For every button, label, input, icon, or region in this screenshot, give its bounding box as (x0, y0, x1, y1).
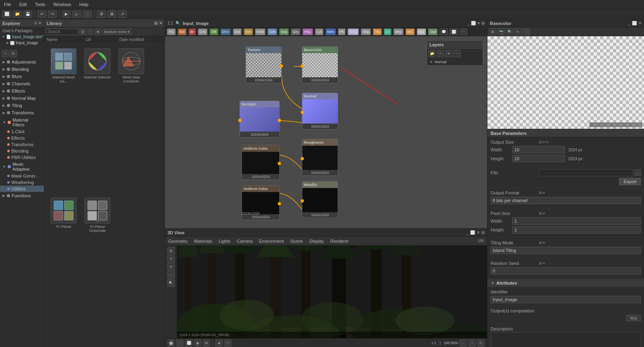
ng-btn-cr[interactable]: Cr (384, 29, 391, 35)
cat-blurs[interactable]: ▶ Blurs (0, 73, 44, 80)
layer-more-btn[interactable]: ⋯ (454, 50, 461, 57)
port-n5-in[interactable] (301, 157, 304, 160)
ng-btn-more[interactable]: ⋯ (460, 29, 467, 35)
bc-icon1[interactable]: _ (628, 21, 630, 25)
view3d-menu-scene[interactable]: Scene (290, 239, 303, 244)
render-btn[interactable]: ▶ (62, 10, 71, 18)
ng-btn-gra[interactable]: Gra (279, 29, 289, 35)
port-n7-in[interactable] (301, 199, 304, 202)
cat-channels[interactable]: ▶ Channels (0, 80, 44, 87)
ng-btn-lvl[interactable]: Lvl (315, 29, 323, 35)
render2-btn[interactable]: ▷ (72, 10, 81, 18)
view3d-icon1[interactable]: _ (466, 230, 469, 235)
redo-btn[interactable]: ↪ (48, 10, 57, 18)
fullscreen-btn[interactable]: ⊡ (477, 339, 485, 347)
bc-tool3[interactable]: 🔍 (506, 28, 513, 35)
lib-item-mat-sel[interactable]: Material Selector (81, 47, 114, 194)
ng-btn-grb[interactable]: Grb (268, 29, 277, 35)
ng-btn-dvv[interactable]: DVv (221, 29, 231, 35)
ng-btn-dst[interactable]: Dst (233, 29, 242, 35)
cat-normal-map[interactable]: ▶ Normal Map (0, 95, 44, 102)
new-btn[interactable]: ⬜ (2, 10, 11, 18)
port-n4-in[interactable] (238, 119, 242, 122)
ng-icon2[interactable]: ⬜ (471, 21, 476, 25)
star-icon[interactable]: ★ (95, 29, 101, 35)
ng-btn-svg[interactable]: SVG (348, 29, 359, 35)
library-close-icon[interactable]: ⊟ (154, 21, 157, 25)
zoom-minus-btn[interactable]: - (460, 339, 467, 347)
node-roughness[interactable]: Roughness 1024x1024 (302, 139, 338, 176)
menu-help[interactable]: Help (78, 1, 90, 8)
bits-val[interactable]: 8 bits per channel (491, 197, 641, 204)
sort-icon[interactable]: ↑ (88, 29, 93, 35)
view3d-menu-lights[interactable]: Lights (219, 239, 230, 244)
ng-btn-ing[interactable]: InG (417, 29, 426, 35)
lib-item-tri-planar[interactable]: Tri Planar (47, 196, 80, 344)
grid-btn[interactable]: ⊞ (107, 10, 116, 18)
view3d-btn2[interactable]: ↺ (167, 255, 175, 262)
bc-icon2[interactable]: ⬜ (632, 21, 637, 25)
cat-functions[interactable]: ▶ Functions (0, 192, 44, 199)
layer-add-btn[interactable]: + (437, 50, 444, 57)
port-n2-in[interactable] (301, 64, 304, 68)
view3d-menu-renderer[interactable]: Renderer (330, 239, 349, 244)
sub-utilities[interactable]: Utilities (0, 186, 44, 192)
filter-btn[interactable]: ⊟ (10, 50, 17, 57)
view3d-cyl-btn[interactable]: ◉ (194, 339, 201, 347)
view3d-menu-display[interactable]: Display (309, 239, 324, 244)
lib-item-mesh-combine[interactable]: Mesh Data Combiner (115, 47, 147, 194)
view3d-btn3[interactable]: ⟳ (167, 263, 175, 271)
sub-mask[interactable]: Mask Gener... (0, 173, 44, 179)
description-input[interactable] (491, 332, 641, 347)
ng-btn-shp[interactable]: Shp (361, 29, 371, 35)
sub-1click[interactable]: 1-Click (0, 128, 44, 135)
ng-btn-inc[interactable]: InC (406, 29, 415, 35)
menu-file[interactable]: File (2, 1, 13, 8)
ng-btn-fxm[interactable]: FxM (255, 29, 266, 35)
view3d-menu-materials[interactable]: Materials (194, 239, 212, 244)
settings-btn[interactable]: ⚙ (97, 10, 106, 18)
view3d-icon3[interactable]: ✕ (477, 230, 480, 235)
port-n4-out[interactable] (278, 119, 281, 122)
ng-btn-db[interactable]: DB (210, 29, 218, 35)
library-x-icon[interactable]: ✕ (159, 21, 162, 25)
bc-tool1[interactable]: ⊞ (489, 28, 496, 35)
node-normal[interactable]: Normal 1024x1024 (302, 93, 338, 130)
tiling-val[interactable]: Island Tiling (491, 247, 641, 254)
cat-effects[interactable]: ▶ Effects (0, 87, 44, 95)
ng-icon3[interactable]: ✕ (477, 21, 480, 25)
sub-blending[interactable]: Blending (0, 148, 44, 154)
sub-weathering[interactable]: Weathering (0, 179, 44, 186)
col-name[interactable]: Name (44, 37, 83, 42)
layer-del-btn[interactable]: ✕ (445, 50, 452, 57)
node-normal1[interactable]: Normal1 1024x1024 (239, 101, 280, 138)
cat-tiling[interactable]: ▶ Tiling (0, 102, 44, 109)
bc-tool5[interactable]: ⬛ (523, 28, 530, 35)
view3d-btn1[interactable]: ⊞ (167, 247, 175, 254)
menu-edit[interactable]: Edit (18, 1, 29, 8)
lib-item-tri-planar-gs[interactable]: ★ Tri Planar Grayscale (81, 196, 114, 344)
ng-btn-trs[interactable]: Trs (167, 29, 175, 35)
ng-btn-bld[interactable]: Bld (178, 29, 186, 35)
search-input[interactable] (46, 29, 78, 35)
view3d-btn5[interactable]: 🔍 (167, 279, 175, 287)
node-basecolor[interactable]: BaseColor 1024x1024 (302, 46, 338, 83)
ng-btn-speech[interactable]: 💬 (440, 29, 448, 35)
identifier-val[interactable]: Input_Image (491, 296, 641, 303)
ng-btn-pk[interactable]: Pk (338, 29, 346, 35)
cat-mesh-adaptive[interactable]: ▼ Mesh Adaptive (0, 161, 44, 173)
view3d-menu-environment[interactable]: Environment (259, 239, 284, 244)
view3d-menu-camera[interactable]: Camera (237, 239, 252, 244)
view-mode-btn[interactable]: Medium Icons ▾ (103, 29, 132, 35)
ng-btn-nrm[interactable]: Nrm (326, 29, 336, 35)
view3d-viewport[interactable]: 1024 x 1024 (RGBA32_SRGB) (177, 246, 487, 338)
view3d-icon4[interactable]: ⊞ (481, 230, 485, 235)
view3d-plane-btn[interactable]: ⬛ (176, 339, 184, 347)
col-date[interactable]: Date modified (117, 37, 165, 42)
ng-btn-br[interactable]: Br (189, 29, 196, 35)
bc-tool4[interactable]: ↻ (514, 28, 522, 35)
bc-tool2[interactable]: 📷 (497, 28, 505, 35)
view3d-menu-geometry[interactable]: Geometry (168, 239, 188, 244)
node-tree-item[interactable]: ▶ ⬜ Input_Image (0, 40, 44, 46)
ng-btn-trs2[interactable]: Trs (373, 29, 382, 35)
